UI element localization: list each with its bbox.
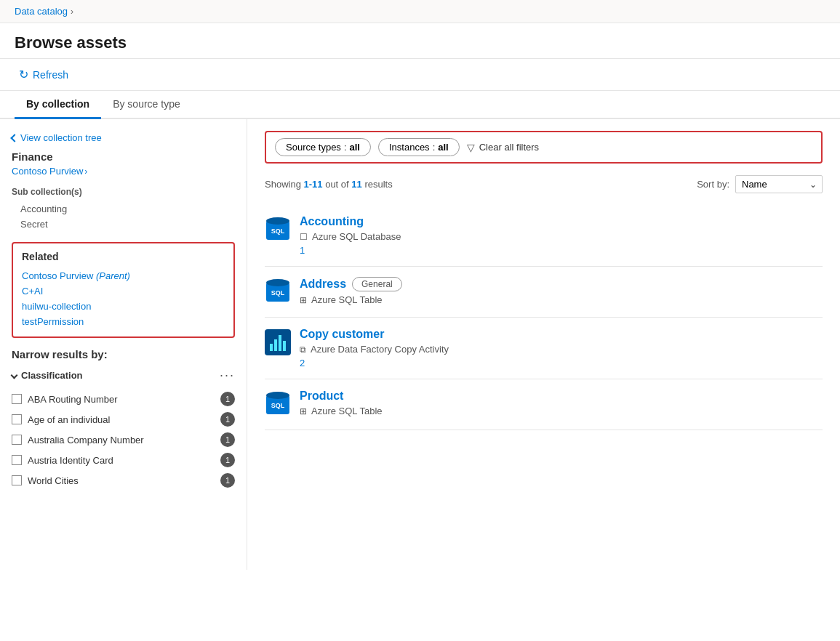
related-item-cai[interactable]: C+AI — [22, 283, 225, 299]
svg-point-1 — [266, 217, 289, 225]
asset-card-copy-customer: Copy customer ⧉ Azure Data Factory Copy … — [265, 318, 823, 379]
sub-collection-item-secret[interactable]: Secret — [12, 217, 235, 232]
address-tag: General — [352, 277, 402, 291]
finance-title: Finance — [12, 150, 235, 163]
product-type-icon: ⊞ — [300, 406, 307, 416]
filter-checkbox-world-cities[interactable] — [12, 475, 22, 485]
accounting-name[interactable]: Accounting — [300, 215, 364, 228]
filter-label-aba: ABA Routing Number — [28, 394, 118, 405]
filter-checkbox-age[interactable] — [12, 414, 22, 424]
copy-customer-type-icon: ⧉ — [300, 344, 306, 355]
sort-by-label: Sort by: — [697, 179, 729, 190]
filter-label-australia: Australia Company Number — [28, 435, 144, 446]
source-types-colon: : — [344, 142, 347, 153]
related-item-testpermission[interactable]: testPermission — [22, 314, 225, 329]
svg-text:SQL: SQL — [271, 227, 285, 235]
chevron-left-icon — [10, 134, 18, 142]
contoso-purview-arrow-icon: › — [84, 166, 87, 177]
sub-collection-item-accounting[interactable]: Accounting — [12, 201, 235, 217]
svg-rect-9 — [279, 335, 281, 351]
asset-card-address: SQL Address General ⊞ Azure SQL Table — [265, 267, 823, 318]
clear-filters-button[interactable]: ▽ Clear all filters — [467, 142, 539, 153]
source-types-label: Source types — [286, 142, 341, 153]
filter-label-austria: Austria Identity Card — [28, 455, 113, 466]
svg-rect-6 — [265, 329, 291, 355]
copy-customer-icon — [265, 329, 291, 358]
tab-by-collection[interactable]: By collection — [15, 91, 101, 119]
accounting-type: Azure SQL Database — [312, 231, 401, 242]
filter-badge-austria: 1 — [220, 453, 235, 467]
accounting-type-icon: ☐ — [300, 232, 308, 242]
svg-text:SQL: SQL — [271, 289, 285, 297]
filter-checkbox-aba[interactable] — [12, 394, 22, 404]
instances-value: all — [438, 142, 448, 153]
instances-label: Instances — [389, 142, 430, 153]
related-item-huilwu[interactable]: huilwu-collection — [22, 299, 225, 314]
sub-collections-title: Sub collection(s) — [12, 187, 235, 197]
source-types-value: all — [350, 142, 360, 153]
address-name[interactable]: Address — [300, 278, 346, 291]
contoso-purview-link[interactable]: Contoso Purview › — [12, 166, 235, 177]
related-title: Related — [22, 251, 225, 262]
contoso-purview-label: Contoso Purview — [12, 166, 83, 177]
instances-colon: : — [433, 142, 436, 153]
filter-item-austria[interactable]: Austria Identity Card 1 — [12, 450, 235, 470]
breadcrumb-sep: › — [71, 7, 73, 17]
filter-badge-aba: 1 — [220, 392, 235, 406]
filter-badge-age: 1 — [220, 412, 235, 427]
clear-filters-icon: ▽ — [467, 142, 475, 153]
svg-point-4 — [266, 279, 289, 286]
asset-card-accounting: SQL Accounting ☐ Azure SQL Database 1 — [265, 205, 823, 267]
classification-label: Classification — [21, 370, 83, 381]
tab-by-source-type[interactable]: By source type — [101, 91, 192, 119]
address-type-icon: ⊞ — [300, 295, 307, 305]
asset-card-product: SQL Product ⊞ Azure SQL Table — [265, 379, 823, 430]
view-collection-tree-label: View collection tree — [20, 132, 102, 143]
filter-item-age[interactable]: Age of an individual 1 — [12, 409, 235, 430]
address-icon: SQL — [265, 278, 291, 307]
copy-customer-name[interactable]: Copy customer — [300, 328, 384, 341]
narrow-results-title: Narrow results by: — [12, 348, 235, 360]
instances-filter[interactable]: Instances : all — [378, 138, 460, 156]
product-name[interactable]: Product — [300, 390, 343, 403]
filter-checkbox-austria[interactable] — [12, 455, 22, 465]
filter-item-australia[interactable]: Australia Company Number 1 — [12, 430, 235, 450]
clear-filters-label: Clear all filters — [479, 142, 539, 153]
page-title: Browse assets — [15, 33, 825, 52]
address-type: Azure SQL Table — [311, 294, 383, 305]
svg-text:SQL: SQL — [271, 402, 285, 409]
product-icon: SQL — [265, 391, 291, 419]
accounting-count: 1 — [300, 245, 823, 256]
sort-select[interactable]: Name Relevance Last modified — [735, 175, 823, 193]
refresh-icon: ↻ — [19, 68, 28, 81]
svg-point-12 — [266, 392, 289, 399]
filter-item-aba[interactable]: ABA Routing Number 1 — [12, 389, 235, 409]
classification-dots[interactable]: ··· — [220, 368, 235, 383]
copy-customer-count: 2 — [300, 358, 823, 368]
product-type: Azure SQL Table — [311, 406, 383, 416]
classification-chevron-icon — [11, 372, 18, 379]
filter-checkbox-australia[interactable] — [12, 435, 22, 445]
breadcrumb-data-catalog[interactable]: Data catalog — [15, 6, 68, 17]
svg-rect-10 — [283, 341, 286, 351]
related-item-contoso[interactable]: Contoso Purview (Parent) — [22, 268, 225, 283]
view-collection-tree[interactable]: View collection tree — [12, 128, 235, 150]
refresh-label: Refresh — [33, 69, 68, 81]
svg-rect-8 — [274, 339, 277, 351]
copy-customer-type: Azure Data Factory Copy Activity — [311, 344, 449, 355]
filter-item-world-cities[interactable]: World Cities 1 — [12, 470, 235, 491]
filter-label-age: Age of an individual — [28, 414, 110, 425]
refresh-button[interactable]: ↻ Refresh — [15, 65, 73, 84]
source-types-filter[interactable]: Source types : all — [275, 138, 371, 156]
accounting-icon: SQL — [265, 217, 291, 245]
filter-badge-australia: 1 — [220, 432, 235, 447]
results-info: Showing 1-11 out of 11 results — [265, 179, 393, 190]
svg-rect-7 — [270, 344, 273, 351]
filter-badge-world-cities: 1 — [220, 473, 235, 488]
filter-label-world-cities: World Cities — [28, 475, 79, 486]
